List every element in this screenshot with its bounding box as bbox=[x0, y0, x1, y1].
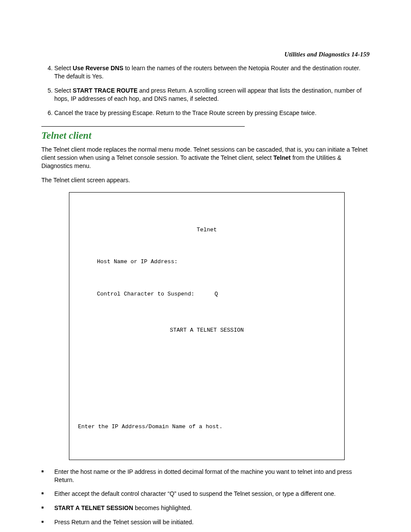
document-page: Utilities and Diagnostics 14-159 Select … bbox=[0, 0, 411, 532]
step-text-pre: Select bbox=[54, 65, 73, 72]
section-divider bbox=[41, 126, 245, 127]
step-item: Select START TRACE ROUTE and press Retur… bbox=[54, 87, 370, 103]
terminal-footer: Enter the IP Address/Domain Name of a ho… bbox=[78, 422, 336, 432]
running-header: Utilities and Diagnostics 14-159 bbox=[41, 51, 370, 58]
bullet-text: Either accept the default control charac… bbox=[54, 490, 336, 497]
step-item: Cancel the trace by pressing Escape. Ret… bbox=[54, 109, 370, 117]
step-item: Select Use Reverse DNS to learn the name… bbox=[54, 64, 370, 81]
section-heading: Telnet client bbox=[41, 130, 370, 141]
bullet-list: Enter the host name or the IP address in… bbox=[41, 468, 370, 532]
bullet-text: becomes highlighted. bbox=[133, 504, 192, 511]
terminal-line: Host Name or IP Address: bbox=[78, 257, 336, 268]
bullet-text: Press Return and the Telnet session will… bbox=[54, 519, 193, 526]
list-item: START A TELNET SESSION becomes highlight… bbox=[41, 504, 370, 512]
terminal-action: START A TELNET SESSION bbox=[78, 325, 336, 336]
step-text-bold: Use Reverse DNS bbox=[73, 65, 124, 72]
step-text-pre: Select bbox=[54, 87, 73, 94]
para-bold: Telnet bbox=[274, 154, 291, 161]
ordered-steps: Select Use Reverse DNS to learn the name… bbox=[41, 64, 370, 117]
body-paragraph: The Telnet client mode replaces the norm… bbox=[41, 146, 370, 170]
body-paragraph: The Telnet client screen appears. bbox=[41, 176, 370, 184]
terminal-title: Telnet bbox=[78, 225, 336, 236]
list-item: Enter the host name or the IP address in… bbox=[41, 468, 370, 484]
list-item: Press Return and the Telnet session will… bbox=[41, 518, 370, 526]
step-text-post: Cancel the trace by pressing Escape. Ret… bbox=[54, 109, 317, 116]
step-text-bold: START TRACE ROUTE bbox=[73, 87, 138, 94]
bullet-bold: START A TELNET SESSION bbox=[54, 504, 133, 511]
bullet-text: Enter the host name or the IP address in… bbox=[54, 468, 352, 483]
list-item: Either accept the default control charac… bbox=[41, 490, 370, 498]
terminal-screenshot: Telnet Host Name or IP Address: Control … bbox=[69, 192, 345, 460]
terminal-line: Control Character to Suspend: Q bbox=[78, 289, 336, 300]
